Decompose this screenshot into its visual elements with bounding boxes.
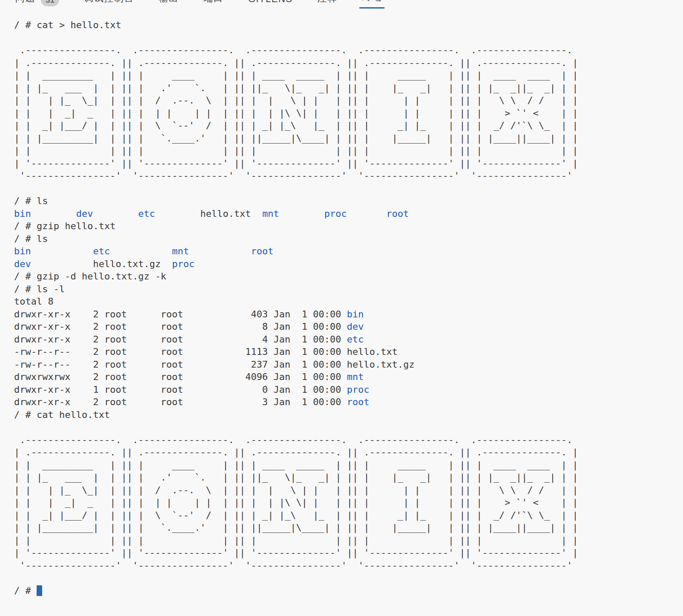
terminal-text: | | _| |___/ | | || | \ `--' / | || | _|… [14,510,578,521]
terminal-line-ascii-art: | | _| |___/ | | || | \ `--' / | || | _|… [14,119,683,132]
terminal-text: | | | |_ \_| | || | / .--. \ | || | | \ … [14,485,578,495]
terminal-text [31,259,93,269]
terminal-text: | | | _| _ | || | | | | | | || | | |\ \|… [14,497,578,508]
terminal-line [14,182,683,195]
terminal-text: '----------------' '----------------' '-… [14,560,578,571]
terminal-line: dev hello.txt.gz proc [14,258,683,271]
terminal-line: / # cat hello.txt [14,409,683,421]
terminal-text: / # ls -l [14,284,65,294]
file-name-blue: mnt [262,208,279,219]
tab-label: 终端 [362,0,382,3]
terminal-text: .----------------. .----------------. .-… [14,435,578,445]
terminal-text: / # cat > hello.txt [14,20,121,30]
terminal-line-ascii-art: .----------------. .----------------. .-… [14,44,683,57]
terminal-text: | | _| |___/ | | || | \ `--' / | || | _|… [14,120,578,131]
tab-debug-console[interactable]: 调试控制台 [81,0,137,9]
terminal-line: drwxr-xr-x 1 root root 0 Jan 1 00:00 pro… [14,383,683,396]
terminal-text: | .--------------. || .--------------. |… [14,58,578,68]
terminal-text [93,208,138,219]
terminal-line: bin dev etc hello.txt mnt proc root [14,207,683,220]
terminal-text: total 8 [14,296,54,307]
terminal-line: / # gzip -d hello.txt.gz -k [14,270,683,283]
terminal-line-ascii-art: | '--------------' || '--------------' |… [14,157,683,170]
terminal-line-ascii-art: | | |_ ___ | | || | .' `. | || ||_ \|_ _… [14,82,683,95]
terminal-output: / # cat > hello.txt .----------------. .… [14,19,683,597]
terminal-text: / # gzip hello.txt [14,221,115,231]
terminal-line: / # cat > hello.txt [14,19,683,32]
tab-label: 端口 [204,0,224,5]
terminal-line-ascii-art: | | _________ | || | ____ | || | ____ __… [14,459,683,472]
terminal-text: -rw-r--r-- 2 root root 237 Jan 1 00:00 h… [14,359,414,370]
terminal-text: | | | _| _ | || | | | | | | || | | |\ \|… [14,108,578,118]
terminal-line: drwxr-xr-x 2 root root 3 Jan 1 00:00 roo… [14,396,683,409]
terminal[interactable]: / # cat > hello.txt .----------------. .… [14,19,683,616]
terminal-text [189,246,251,256]
terminal-line-ascii-art: | | | |_ \_| | || | / .--. \ | || | | \ … [14,484,683,497]
terminal-line-ascii-art: | .--------------. || .--------------. |… [14,446,683,459]
terminal-line [14,572,683,584]
file-name-blue: etc [347,334,364,345]
terminal-text: drwxrwxrwx 2 root root 4096 Jan 1 00:00 [14,371,347,382]
tab-ports[interactable]: 端口 [201,0,226,9]
terminal-line-ascii-art: | '--------------' || '--------------' |… [14,547,683,559]
terminal-text: | | | |_ \_| | || | / .--. \ | || | | \ … [14,95,578,106]
terminal-text: drwxr-xr-x 1 root root 0 Jan 1 00:00 [14,384,347,395]
terminal-line-ascii-art: | | |_________| | || | `.____.' | || ||_… [14,521,683,534]
terminal-line-ascii-art: | | | _| _ | || | | | | | | || | | |\ \|… [14,107,683,120]
terminal-text: hello.txt.gz [93,259,161,269]
terminal-text: .----------------. .----------------. .-… [14,45,578,55]
tab-output[interactable]: 输出 [156,0,181,9]
terminal-line-ascii-art: | .--------------. || .--------------. |… [14,57,683,69]
terminal-text: | .--------------. || .--------------. |… [14,447,578,458]
terminal-text: | | |_________| | || | `.____.' | || ||_… [14,522,578,533]
terminal-line-ascii-art: | | | || | | || | | || | | || | | | [14,144,683,157]
terminal-text: / # ls [14,233,48,244]
terminal-text: / # ls [14,196,48,206]
terminal-line-ascii-art: | | |_ ___ | | || | .' `. | || ||_ \|_ _… [14,471,683,484]
tab-label: 调试控制台 [84,0,134,5]
terminal-text [110,246,172,256]
file-name-blue: mnt [172,246,189,256]
tab-label: 注释 [317,0,337,5]
file-name-blue: etc [138,208,155,219]
file-name-blue: dev [14,259,31,269]
terminal-line-ascii-art: | | _________ | || | ____ | || | ____ __… [14,69,683,82]
tab-terminal[interactable]: 终端 [359,0,385,9]
terminal-line-ascii-art: | | _| |___/ | | || | \ `--' / | || | _|… [14,509,683,522]
tab-problems[interactable]: 问题31 [13,0,62,9]
terminal-text: | | _________ | || | ____ | || | ____ __… [14,70,578,81]
tab-label: 问题 [15,0,35,5]
tab-label: GITLENS [248,0,293,5]
terminal-text: hello.txt [200,208,251,219]
terminal-text: drwxr-xr-x 2 root root 3 Jan 1 00:00 [14,397,347,407]
terminal-line: bin etc mnt root [14,245,683,258]
panel-tab-bar: 问题31调试控制台输出端口GITLENS注释终端 [0,0,683,9]
terminal-line-ascii-art: | | | _| _ | || | | | | | | || | | |\ \|… [14,496,683,509]
terminal-line-ascii-art: | | | || | | || | | || | | || | | | [14,534,683,547]
terminal-line: total 8 [14,295,683,308]
file-name-blue: proc [172,259,195,269]
terminal-text: | | | || | | || | | || | | || | | | [14,145,578,156]
terminal-line-ascii-art: '----------------' '----------------' '-… [14,170,683,182]
terminal-text: / # cat hello.txt [14,409,110,420]
terminal-text: drwxr-xr-x 2 root root 8 Jan 1 00:00 [14,321,347,332]
terminal-line: / # gzip hello.txt [14,220,683,233]
file-name-blue: bin [14,246,31,256]
terminal-text [155,208,200,219]
file-name-blue: proc [347,384,369,395]
file-name-blue: mnt [347,371,364,382]
file-name-blue: etc [93,246,110,256]
vscode-bottom-panel: 问题31调试控制台输出端口GITLENS注释终端 / # cat > hello… [0,0,683,9]
file-name-blue: dev [76,208,93,219]
terminal-line-ascii-art: .----------------. .----------------. .-… [14,434,683,446]
terminal-line: -rw-r--r-- 2 root root 237 Jan 1 00:00 h… [14,358,683,371]
terminal-line: / # ls [14,195,683,207]
terminal-line: drwxr-xr-x 2 root root 4 Jan 1 00:00 etc [14,333,683,346]
tab-gitlens[interactable]: GITLENS [246,0,296,9]
terminal-text: / # [14,585,37,596]
terminal-text: -rw-r--r-- 2 root root 1113 Jan 1 00:00 … [14,346,398,357]
terminal-text: drwxr-xr-x 2 root root 403 Jan 1 00:00 [14,309,347,320]
terminal-line [14,421,683,434]
tab-label: 输出 [159,0,179,5]
tab-comments[interactable]: 注释 [315,0,340,9]
